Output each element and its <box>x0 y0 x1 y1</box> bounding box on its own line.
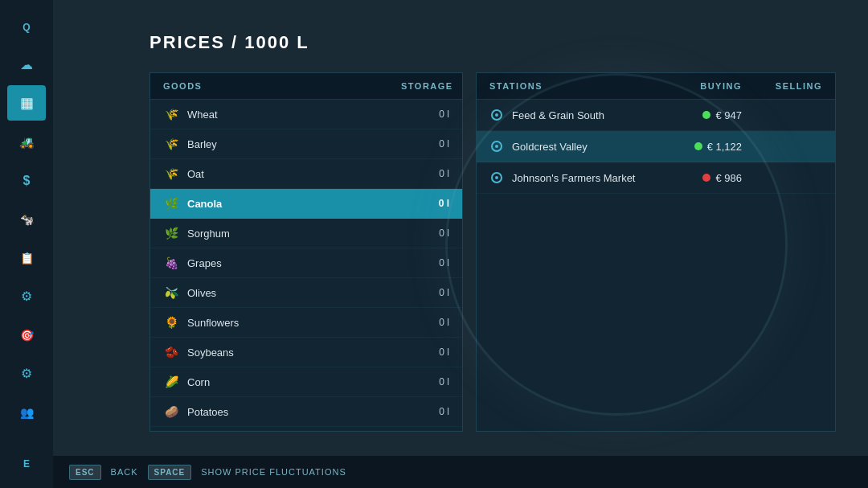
goods-row[interactable]: Oat0 l <box>150 159 462 189</box>
goods-storage-value: 0 l <box>401 168 449 179</box>
price-indicator-dot <box>694 142 702 150</box>
goods-storage-value: 0 l <box>401 109 449 120</box>
goods-row[interactable]: Olives0 l <box>150 278 462 308</box>
buying-price-value: € 1,122 <box>707 141 742 153</box>
sidebar-item-book[interactable] <box>7 240 46 275</box>
sunflowers-icon <box>163 314 179 330</box>
col-buying-header: BUYING <box>661 81 742 91</box>
goods-name: Olives <box>187 287 401 299</box>
oat-icon <box>163 166 179 182</box>
bottom-bar: ESC BACK SPACE SHOW PRICE FLUCTUATIONS <box>53 456 868 488</box>
sidebar-item-money[interactable] <box>7 162 46 198</box>
goods-name: Wheat <box>187 109 401 121</box>
sidebar-item-e[interactable] <box>7 445 46 480</box>
grapes-icon <box>163 255 179 271</box>
book-icon <box>20 249 34 266</box>
goods-name: Potatoes <box>187 406 401 418</box>
goods-row[interactable]: Canola0 l <box>150 189 462 219</box>
goods-row[interactable]: Corn0 l <box>150 367 462 397</box>
goods-row[interactable]: Soybeans0 l <box>150 338 462 367</box>
main-content: PRICES / 1000 L GOODS STORAGE Wheat0 lBa… <box>53 0 868 488</box>
sidebar-item-stats[interactable]: ▦ <box>7 85 46 121</box>
goods-name: Corn <box>187 376 401 388</box>
goods-name: Sunflowers <box>187 317 401 329</box>
space-key[interactable]: SPACE <box>148 465 192 480</box>
goods-storage-value: 0 l <box>401 287 449 298</box>
goods-row[interactable]: Grapes0 l <box>150 248 462 278</box>
sidebar-item-weather[interactable] <box>7 47 46 82</box>
page-title: PRICES / 1000 L <box>149 32 836 53</box>
station-icon <box>489 139 504 154</box>
stations-panel-header: STATIONS BUYING SELLING <box>477 73 835 100</box>
corn-icon <box>163 374 179 390</box>
esc-key[interactable]: ESC <box>69 465 101 480</box>
sidebar-item-tractor[interactable] <box>7 124 46 159</box>
goods-storage-value: 0 l <box>401 138 449 150</box>
station-name: Feed & Grain South <box>512 109 661 121</box>
station-row[interactable]: Goldcrest Valley€ 1,122 <box>477 131 835 162</box>
station-icon <box>489 108 504 122</box>
goods-storage-value: 0 l <box>401 228 449 239</box>
goods-list: Wheat0 lBarley0 lOat0 lCanola0 lSorghum0… <box>150 100 462 431</box>
stations-list: Feed & Grain South€ 947Goldcrest Valley€… <box>477 100 835 431</box>
goods-name: Oat <box>187 168 401 180</box>
sidebar-item-people[interactable] <box>7 394 46 429</box>
goods-name: Sorghum <box>187 228 401 240</box>
station-row[interactable]: Johnson's Farmers Market€ 986 <box>477 162 835 194</box>
sidebar-item-machine[interactable] <box>7 278 46 314</box>
animal-icon <box>20 211 34 228</box>
goods-name: Canola <box>187 198 401 210</box>
goods-name: Soybeans <box>187 347 401 359</box>
station-buying: € 947 <box>661 109 742 121</box>
soybeans-icon <box>163 344 179 360</box>
col-selling-header: SELLING <box>742 81 822 91</box>
station-buying: € 986 <box>661 172 742 184</box>
price-indicator-dot <box>702 111 710 119</box>
sidebar: ▦ <box>0 0 53 488</box>
olives-icon <box>163 285 179 301</box>
potatoes-icon <box>163 404 179 420</box>
content-area: GOODS STORAGE Wheat0 lBarley0 lOat0 lCan… <box>149 72 836 432</box>
goods-row[interactable]: Wheat0 l <box>150 100 462 129</box>
goods-panel-header: GOODS STORAGE <box>150 73 462 100</box>
goods-name: Barley <box>187 138 401 150</box>
sidebar-item-animal[interactable] <box>7 201 46 236</box>
goods-row[interactable]: Sorghum0 l <box>150 219 462 248</box>
buying-price-value: € 986 <box>715 172 742 184</box>
goods-row[interactable]: Potatoes0 l <box>150 397 462 427</box>
goods-row[interactable]: Sugar Beet0 l <box>150 427 462 431</box>
station-buying: € 1,122 <box>661 141 742 153</box>
stations-panel: STATIONS BUYING SELLING Feed & Grain Sou… <box>476 72 836 432</box>
sidebar-item-q[interactable] <box>7 8 46 43</box>
q-icon <box>23 18 30 35</box>
goods-name: Grapes <box>187 257 401 269</box>
machine-icon <box>21 288 32 305</box>
money-icon <box>23 172 31 189</box>
goods-storage-value: 0 l <box>401 317 449 328</box>
col-goods-header: GOODS <box>163 81 401 91</box>
wheat-icon <box>163 106 179 122</box>
goods-row[interactable]: Barley0 l <box>150 129 462 159</box>
tractor-icon <box>19 133 35 150</box>
weather-icon <box>20 56 33 73</box>
back-label: BACK <box>111 467 138 477</box>
e-icon <box>23 454 30 471</box>
goods-storage-value: 0 l <box>401 257 449 269</box>
price-indicator-dot <box>702 174 710 182</box>
col-storage-header: STORAGE <box>401 81 449 91</box>
col-stations-header: STATIONS <box>489 81 661 91</box>
buying-price-value: € 947 <box>715 109 742 121</box>
goods-storage-value: 0 l <box>401 347 449 358</box>
station-name: Goldcrest Valley <box>512 141 661 153</box>
sidebar-item-gear[interactable] <box>7 355 46 391</box>
goods-storage-value: 0 l <box>401 376 449 388</box>
sidebar-item-mission[interactable] <box>7 317 46 352</box>
barley-icon <box>163 136 179 152</box>
goods-storage-value: 0 l <box>401 198 449 209</box>
goods-row[interactable]: Sunflowers0 l <box>150 308 462 338</box>
fluctuations-label: SHOW PRICE FLUCTUATIONS <box>201 467 346 477</box>
people-icon <box>20 404 34 420</box>
goods-storage-value: 0 l <box>401 406 449 417</box>
stats-icon: ▦ <box>20 94 34 112</box>
station-row[interactable]: Feed & Grain South€ 947 <box>477 100 835 131</box>
